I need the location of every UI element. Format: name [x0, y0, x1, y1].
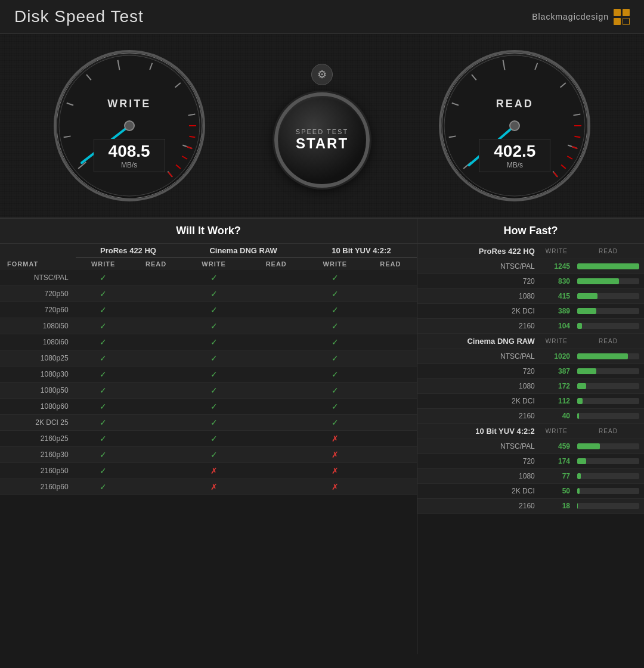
- table-row: 2K DCI 25✓✓✓: [0, 415, 417, 431]
- write-value-box: 408.5 MB/s: [94, 139, 165, 172]
- check-icon: ✓: [100, 418, 107, 427]
- read-col-header: READ: [572, 244, 644, 259]
- check-icon: ✓: [100, 321, 107, 331]
- read-gauge-label: READ: [437, 98, 592, 110]
- sub-prores-w: WRITE: [76, 258, 131, 271]
- check-icon: ✓: [100, 337, 107, 347]
- cross-icon: ✗: [332, 434, 339, 443]
- logo-sq-4: [623, 18, 630, 25]
- hf-row-label: 2160: [417, 499, 541, 514]
- sub-dng-w: WRITE: [181, 258, 246, 271]
- check-icon: ✓: [100, 434, 107, 443]
- check-icon: ✓: [100, 482, 107, 492]
- hf-bar-cell: [572, 319, 644, 334]
- group-name: ProRes 422 HQ: [417, 244, 541, 259]
- hf-bar-cell: [572, 349, 644, 364]
- write-col-header: WRITE: [541, 244, 572, 259]
- hf-write-value: 104: [541, 319, 572, 334]
- check-icon: ✓: [332, 418, 339, 427]
- check-icon: ✓: [210, 402, 218, 411]
- hf-row-label: 2160: [417, 319, 541, 334]
- check-icon: ✓: [100, 369, 107, 379]
- col-format: [0, 244, 76, 258]
- table-row: 1080p60✓✓✓: [0, 399, 417, 415]
- table-row: 1080p50✓✓✓: [0, 383, 417, 399]
- hf-row-label: 2160: [417, 409, 541, 424]
- table-row: 2K DCI 389: [417, 304, 644, 319]
- hf-bar-fill: [577, 293, 597, 299]
- hf-write-value: 830: [541, 274, 572, 289]
- check-icon: ✓: [210, 289, 218, 299]
- hf-row-label: 1080: [417, 379, 541, 394]
- write-col-header: WRITE: [541, 424, 572, 439]
- gauge-section: WRITE 408.5 MB/s ⚙ SPEED TEST START: [0, 34, 644, 219]
- check-icon: ✓: [332, 305, 339, 315]
- start-button[interactable]: SPEED TEST START: [274, 92, 370, 188]
- check-icon: ✓: [332, 273, 339, 282]
- hf-bar-fill: [577, 383, 586, 389]
- hf-bar-fill: [577, 263, 639, 269]
- check-icon: ✓: [100, 353, 107, 363]
- hf-bar-bg: [577, 458, 639, 464]
- sub-dng-r: READ: [247, 258, 306, 271]
- read-unit: MB/s: [488, 161, 541, 169]
- hf-bar-cell: [572, 469, 644, 484]
- hf-bar-cell: [572, 289, 644, 304]
- hf-write-value: 40: [541, 409, 572, 424]
- hf-row-label: 1080: [417, 289, 541, 304]
- how-fast-group-header: Cinema DNG RAW WRITE READ: [417, 334, 644, 349]
- check-icon: ✓: [210, 321, 218, 331]
- hf-write-value: 1020: [541, 349, 572, 364]
- hf-bar-fill: [577, 413, 579, 419]
- hf-row-label: NTSC/PAL: [417, 259, 541, 274]
- hf-bar-fill: [577, 503, 578, 509]
- check-icon: ✓: [210, 353, 218, 363]
- hf-row-label: 720: [417, 274, 541, 289]
- check-icon: ✓: [210, 386, 218, 395]
- hf-row-label: 720: [417, 454, 541, 469]
- gear-button[interactable]: ⚙: [311, 64, 333, 85]
- check-icon: ✓: [210, 337, 218, 347]
- table-row: NTSC/PAL 1020: [417, 349, 644, 364]
- app-header: Disk Speed Test Blackmagicdesign: [0, 0, 644, 34]
- hf-row-label: 2K DCI: [417, 484, 541, 499]
- write-col-header: WRITE: [541, 334, 572, 349]
- check-icon: ✓: [332, 289, 339, 299]
- table-row: 2K DCI 50: [417, 484, 644, 499]
- read-value-box: 402.5 MB/s: [479, 139, 550, 172]
- hf-bar-bg: [577, 323, 639, 329]
- write-gauge-label: WRITE: [52, 98, 207, 110]
- table-row: 1080 415: [417, 289, 644, 304]
- check-icon: ✓: [210, 273, 218, 282]
- hf-bar-bg: [577, 503, 639, 509]
- check-icon: ✓: [100, 466, 107, 476]
- table-row: 2160 40: [417, 409, 644, 424]
- logo-sq-2: [623, 9, 630, 16]
- cross-icon: ✗: [332, 466, 339, 476]
- hf-write-value: 389: [541, 304, 572, 319]
- cross-icon: ✗: [210, 466, 218, 476]
- hf-row-label: 2K DCI: [417, 304, 541, 319]
- hf-bar-bg: [577, 293, 639, 299]
- hf-bar-bg: [577, 413, 639, 419]
- check-icon: ✓: [332, 353, 339, 363]
- check-icon: ✓: [210, 305, 218, 315]
- table-row: 1080p25✓✓✓: [0, 350, 417, 366]
- sub-yuv-r: READ: [364, 258, 417, 271]
- hf-bar-fill: [577, 398, 583, 404]
- hf-write-value: 174: [541, 454, 572, 469]
- how-fast-table: ProRes 422 HQ WRITE READ NTSC/PAL 1245 7…: [417, 244, 644, 514]
- table-row: 720 174: [417, 454, 644, 469]
- write-gauge-svg: [52, 48, 207, 203]
- table-row: 1080i50✓✓✓: [0, 318, 417, 334]
- read-value: 402.5: [488, 142, 541, 161]
- header-logo: Blackmagicdesign: [532, 9, 630, 25]
- table-row: NTSC/PAL 1245: [417, 259, 644, 274]
- check-icon: ✓: [100, 289, 107, 299]
- group-name: 10 Bit YUV 4:2:2: [417, 424, 541, 439]
- hf-write-value: 50: [541, 484, 572, 499]
- table-row: 1080 172: [417, 379, 644, 394]
- hf-bar-cell: [572, 454, 644, 469]
- cross-icon: ✗: [332, 482, 339, 492]
- hf-write-value: 1245: [541, 259, 572, 274]
